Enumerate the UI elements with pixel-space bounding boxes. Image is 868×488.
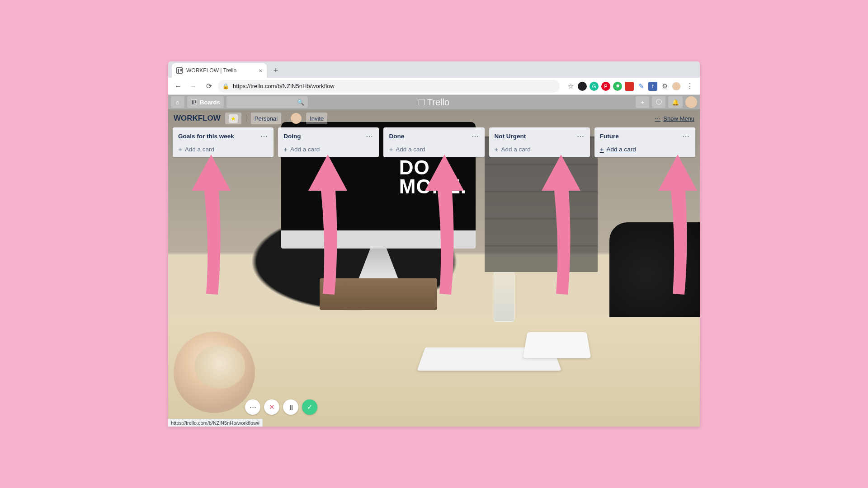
background-glass: [494, 272, 514, 322]
trello-logo-text: Trello: [427, 97, 449, 108]
trello-favicon-icon: [176, 67, 183, 74]
bg-text-line2: MORE.: [399, 175, 467, 197]
browser-menu-button[interactable]: ⋮: [684, 80, 696, 93]
facebook-icon[interactable]: f: [648, 82, 657, 91]
user-avatar[interactable]: [685, 96, 697, 108]
webcam-bubble[interactable]: [174, 332, 255, 413]
url-field[interactable]: 🔒 https://trello.com/b/NZiN5nHb/workflow: [218, 80, 560, 93]
invite-button[interactable]: Invite: [306, 113, 327, 124]
trello-logo[interactable]: Trello: [419, 97, 449, 108]
boards-button[interactable]: Boards: [187, 96, 224, 108]
list: Doing⋯+Add a card: [278, 127, 379, 157]
add-card-label: Add a card: [396, 146, 425, 153]
add-card-button[interactable]: +Add a card: [598, 144, 692, 155]
plus-icon: +: [283, 146, 288, 153]
home-button[interactable]: ⌂: [171, 96, 184, 108]
boards-icon: [191, 99, 197, 105]
visibility-chip[interactable]: Personal: [251, 113, 281, 124]
browser-window: WORKFLOW | Trello × + ← → ⟳ 🔒 https://tr…: [168, 61, 700, 427]
home-icon: ⌂: [176, 99, 179, 106]
search-icon: 🔍: [297, 99, 304, 106]
list: Future⋯+Add a card: [594, 127, 695, 157]
plus-icon: +: [178, 146, 182, 153]
url-text: https://trello.com/b/NZiN5nHb/workflow: [233, 83, 335, 89]
add-card-button[interactable]: +Add a card: [176, 144, 270, 155]
forward-button[interactable]: →: [187, 80, 200, 93]
evernote-icon[interactable]: ✸: [613, 82, 622, 91]
trello-global-header: ⌂ Boards 🔍 Trello + ⓘ 🔔: [168, 95, 700, 109]
add-card-label: Add a card: [290, 146, 320, 153]
notifications-button[interactable]: 🔔: [668, 96, 683, 108]
list-menu-button[interactable]: ⋯: [472, 132, 479, 141]
grammarly-icon[interactable]: G: [590, 82, 599, 91]
back-button[interactable]: ←: [172, 80, 184, 93]
list-menu-button[interactable]: ⋯: [260, 132, 268, 141]
show-menu-label: Show Menu: [663, 115, 694, 122]
status-bar-url: https://trello.com/b/NZiN5nHb/workflow#: [168, 419, 263, 427]
background-trackpad: [523, 332, 591, 358]
invite-label: Invite: [310, 115, 324, 122]
add-card-label: Add a card: [607, 146, 636, 153]
address-bar: ← → ⟳ 🔒 https://trello.com/b/NZiN5nHb/wo…: [168, 78, 700, 95]
plus-icon: +: [600, 146, 604, 153]
star-icon: ★: [229, 114, 238, 123]
boards-label: Boards: [200, 99, 220, 106]
divider: [246, 115, 246, 122]
board-title[interactable]: WORKFLOW: [174, 114, 221, 123]
reload-button[interactable]: ⟳: [203, 80, 215, 93]
ext-circle-1[interactable]: [578, 82, 587, 91]
pinterest-icon[interactable]: P: [601, 82, 610, 91]
ext-red-square[interactable]: [625, 82, 634, 91]
list-title[interactable]: Doing: [283, 133, 301, 140]
list-menu-button[interactable]: ⋯: [577, 132, 585, 141]
board-member-avatar[interactable]: [291, 113, 302, 124]
search-field[interactable]: 🔍: [226, 96, 308, 108]
visibility-label: Personal: [255, 115, 278, 122]
add-card-label: Add a card: [185, 146, 214, 153]
list-title[interactable]: Not Urgent: [495, 133, 526, 140]
recording-finish-button[interactable]: ✓: [302, 399, 317, 415]
create-button[interactable]: +: [636, 96, 649, 108]
profile-avatar-icon[interactable]: [672, 82, 681, 91]
lists-row: Goals for this week⋯+Add a cardDoing⋯+Ad…: [168, 127, 700, 157]
list-title[interactable]: Goals for this week: [178, 133, 234, 140]
add-card-button[interactable]: +Add a card: [282, 144, 375, 155]
recording-more-button[interactable]: ⋯: [245, 399, 260, 415]
settings-ext-icon[interactable]: ⚙: [660, 82, 669, 91]
lock-icon: 🔒: [222, 83, 229, 89]
tab-title: WORKFLOW | Trello: [186, 67, 236, 74]
list-menu-button[interactable]: ⋯: [682, 132, 690, 141]
list: Goals for this week⋯+Add a card: [173, 127, 274, 157]
tab-strip: WORKFLOW | Trello × +: [168, 61, 700, 78]
add-card-label: Add a card: [501, 146, 530, 153]
recording-pause-button[interactable]: ⏸: [283, 399, 298, 415]
star-icon[interactable]: ☆: [566, 82, 575, 91]
plus-icon: +: [495, 146, 499, 153]
add-card-button[interactable]: +Add a card: [387, 144, 481, 155]
list: Not Urgent⋯+Add a card: [489, 127, 590, 157]
recording-cancel-button[interactable]: ✕: [264, 399, 279, 415]
annotation-arrow: [186, 155, 236, 299]
plus-icon: +: [389, 146, 393, 153]
list: Done⋯+Add a card: [383, 127, 484, 157]
info-button[interactable]: ⓘ: [652, 96, 665, 108]
list-menu-button[interactable]: ⋯: [366, 132, 373, 141]
trello-logo-icon: [419, 99, 425, 105]
ext-pen-icon[interactable]: ✎: [637, 82, 646, 91]
extensions-row: ☆GP✸✎f⚙: [562, 82, 669, 91]
ellipsis-icon: ⋯: [655, 115, 660, 122]
close-tab-icon[interactable]: ×: [259, 67, 262, 74]
board-header: WORKFLOW ★ Personal Invite ⋯ Show Menu: [168, 109, 700, 127]
add-card-button[interactable]: +Add a card: [493, 144, 586, 155]
star-board-button[interactable]: ★: [225, 113, 241, 124]
list-title[interactable]: Done: [389, 133, 404, 140]
browser-tab-active[interactable]: WORKFLOW | Trello ×: [172, 63, 267, 78]
new-tab-button[interactable]: +: [269, 64, 282, 77]
show-menu-button[interactable]: ⋯ Show Menu: [655, 115, 694, 122]
board-canvas: DO MORE. WORKFLOW ★ Personal: [168, 109, 700, 427]
divider: [286, 115, 286, 122]
list-title[interactable]: Future: [600, 133, 619, 140]
recording-controls: ⋯ ✕ ⏸ ✓: [245, 399, 317, 415]
